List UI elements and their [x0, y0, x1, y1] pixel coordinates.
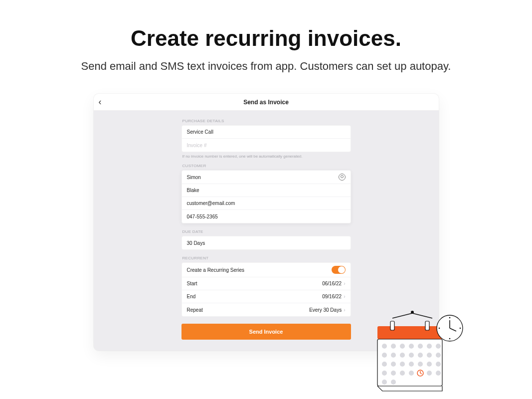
recurring-end-label: End: [187, 294, 196, 299]
due-date-card: 30 Days: [181, 236, 351, 250]
svg-point-14: [382, 353, 387, 358]
hero-title: Create recurring invoices.: [0, 26, 532, 51]
svg-line-0: [392, 313, 412, 318]
svg-point-28: [382, 371, 387, 376]
svg-line-1: [412, 313, 432, 318]
due-date-value: 30 Days: [187, 240, 205, 246]
invoice-number-field[interactable]: Invoice #: [182, 139, 351, 152]
svg-point-44: [449, 338, 451, 340]
svg-point-18: [418, 353, 423, 358]
svg-point-33: [436, 371, 441, 376]
svg-point-24: [409, 362, 414, 367]
svg-point-29: [391, 371, 396, 376]
svg-point-45: [439, 328, 440, 329]
back-icon[interactable]: ‹: [99, 97, 102, 107]
svg-point-21: [382, 362, 387, 367]
recurrent-card: Create a Recurring Series Start 06/16/22…: [181, 262, 351, 317]
svg-point-26: [427, 362, 432, 367]
recurring-repeat-row[interactable]: Repeat Every 30 Days ›: [182, 303, 351, 316]
recurring-toggle[interactable]: [332, 266, 346, 274]
service-call-field[interactable]: Service Call: [182, 126, 351, 139]
service-call-value: Service Call: [187, 129, 213, 135]
recurring-repeat-label: Repeat: [187, 307, 203, 313]
screen-title: Send as Invoice: [94, 99, 439, 106]
svg-point-32: [427, 371, 432, 376]
svg-point-19: [427, 353, 432, 358]
svg-rect-5: [425, 321, 429, 330]
svg-point-31: [409, 371, 414, 376]
svg-point-11: [418, 344, 423, 349]
section-purchase-details: PURCHASE DETAILS: [182, 119, 351, 123]
recurring-toggle-label: Create a Recurring Series: [187, 267, 245, 273]
recurring-end-row[interactable]: End 09/16/22 ›: [182, 290, 351, 303]
svg-point-2: [411, 311, 414, 314]
invoice-helper-text: If no invoice number is entered, one wil…: [182, 154, 351, 159]
recurring-repeat-value: Every 30 Days: [309, 307, 342, 313]
recurring-start-value: 06/16/22: [322, 281, 342, 286]
svg-point-16: [400, 353, 405, 358]
due-date-field[interactable]: 30 Days: [182, 236, 351, 249]
svg-rect-4: [390, 321, 394, 330]
svg-point-17: [409, 353, 414, 358]
svg-point-10: [409, 344, 414, 349]
calendar-clock-illustration: [372, 309, 472, 394]
svg-point-34: [382, 380, 387, 385]
section-due-date: DUE DATE: [182, 229, 351, 234]
purchase-card: Service Call Invoice #: [181, 125, 351, 152]
recurring-start-label: Start: [187, 281, 197, 286]
svg-point-27: [436, 362, 441, 367]
customer-phone-field[interactable]: 047-555-2365: [182, 210, 351, 223]
svg-point-15: [391, 353, 396, 358]
customer-email: customer@email.com: [187, 200, 235, 206]
customer-last-name-field[interactable]: Blake: [182, 184, 351, 197]
svg-point-23: [400, 362, 405, 367]
chevron-right-icon: ›: [344, 307, 345, 313]
customer-phone: 047-555-2365: [187, 214, 218, 219]
svg-point-43: [460, 328, 461, 329]
hero-subtitle: Send email and SMS text invoices from ap…: [0, 60, 532, 73]
svg-point-20: [436, 353, 441, 358]
recurring-start-row[interactable]: Start 06/16/22 ›: [182, 277, 351, 290]
section-customer: CUSTOMER: [182, 164, 351, 168]
recurring-end-value: 09/16/22: [322, 294, 342, 299]
topbar: ‹ Send as Invoice: [94, 94, 439, 111]
svg-point-12: [427, 344, 432, 349]
svg-point-8: [391, 344, 396, 349]
customer-first-name-field[interactable]: Simon: [182, 171, 351, 184]
send-invoice-button[interactable]: Send Invoice: [181, 324, 351, 340]
svg-point-9: [400, 344, 405, 349]
chevron-right-icon: ›: [344, 294, 345, 299]
svg-point-22: [391, 362, 396, 367]
svg-point-13: [436, 344, 441, 349]
recurring-toggle-row[interactable]: Create a Recurring Series: [182, 263, 351, 277]
customer-first-name: Simon: [187, 175, 201, 180]
customer-email-field[interactable]: customer@email.com: [182, 197, 351, 210]
svg-point-7: [382, 344, 387, 349]
invoice-number-placeholder: Invoice #: [187, 143, 207, 148]
svg-point-25: [418, 362, 423, 367]
svg-rect-3: [377, 326, 442, 339]
section-recurrent: RECURRENT: [182, 256, 351, 260]
svg-point-30: [400, 371, 405, 376]
customer-last-name: Blake: [187, 188, 199, 193]
contact-picker-icon[interactable]: [339, 174, 346, 181]
chevron-right-icon: ›: [344, 281, 345, 286]
svg-point-42: [449, 317, 451, 319]
svg-point-35: [391, 380, 396, 385]
customer-card: Simon Blake customer@email.com 047-555-2…: [181, 170, 351, 223]
